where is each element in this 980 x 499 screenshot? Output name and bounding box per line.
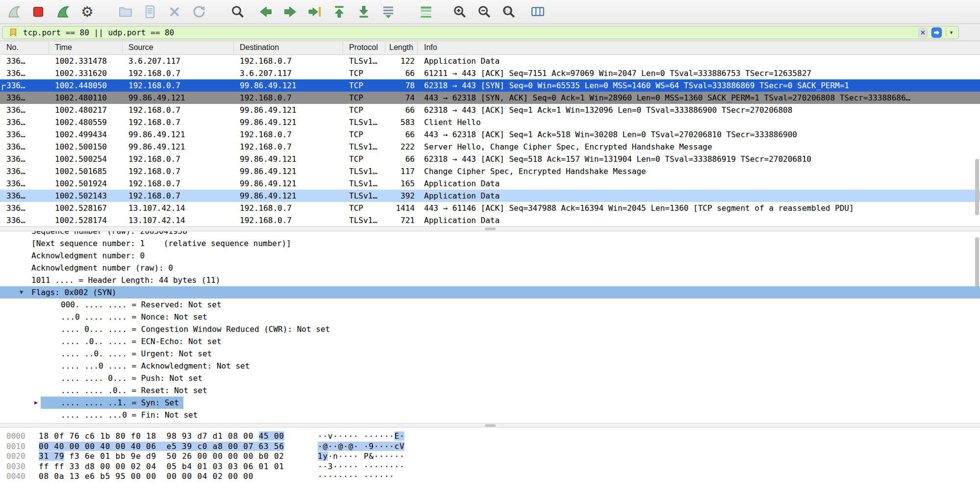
packet-cell-len: 66	[385, 128, 418, 141]
filter-bookmark-icon[interactable]	[8, 27, 18, 37]
packet-row[interactable]: 336…1002.480559192.168.0.799.86.49.121TL…	[0, 116, 980, 128]
packet-row[interactable]: 336…1002.480217192.168.0.799.86.49.121TC…	[0, 104, 980, 116]
column-header-src[interactable]: Source	[123, 41, 234, 54]
packet-cell-info: 61211 → 443 [ACK] Seq=7151 Ack=97069 Win…	[418, 67, 980, 79]
hex-ascii: ··v····· ······E·	[318, 431, 404, 442]
hex-bytes: 00 40 00 00 40 00 40 06 e5 39 c0 a8 00 0…	[39, 442, 284, 452]
detail-line[interactable]: [Next sequence number: 1 (relative seque…	[0, 237, 980, 250]
packet-list-scrollbar-thumb[interactable]	[975, 159, 979, 215]
zoom-out-button[interactable]	[474, 1, 495, 22]
packet-row[interactable]: 336…1002.448050192.168.0.799.86.49.121TC…	[0, 79, 980, 92]
packet-row[interactable]: 336…1002.331620192.168.0.73.6.207.117TCP…	[0, 67, 980, 79]
column-header-proto[interactable]: Protocol	[343, 41, 385, 54]
detail-line[interactable]: .... .0.. .... = ECN-Echo: Not set	[0, 335, 980, 348]
zoom-reset-button[interactable]: 1:1	[498, 1, 520, 22]
packet-cell-no: 336…	[0, 128, 49, 141]
hex-bytes: 18 0f 76 c6 1b 80 f0 18 98 93 d7 d1 08 0…	[39, 431, 284, 442]
close-file-button[interactable]	[164, 1, 185, 22]
go-forward-button[interactable]	[279, 1, 301, 22]
packet-cell-len: 222	[385, 141, 418, 153]
hex-row[interactable]: 001000 40 00 00 40 00 40 06 e5 39 c0 a8 …	[0, 442, 980, 452]
packet-row[interactable]: 336…1002.52816713.107.42.14192.168.0.7TC…	[0, 202, 980, 214]
packet-row[interactable]: 336…1002.48011099.86.49.121192.168.0.7TC…	[0, 92, 980, 104]
packet-row[interactable]: 336…1002.3314783.6.207.117192.168.0.7TLS…	[0, 55, 980, 67]
expand-toggle-icon[interactable]: ▶	[34, 397, 38, 409]
auto-scroll-button[interactable]	[377, 1, 399, 22]
selected-bytes-highlight: 1y	[318, 451, 328, 461]
stop-capture-button[interactable]	[27, 1, 49, 22]
packet-cell-time: 1002.528174	[49, 214, 123, 226]
packet-row[interactable]: 336…1002.49943499.86.49.121192.168.0.7TC…	[0, 128, 980, 141]
column-header-no[interactable]: No.	[0, 41, 49, 54]
packet-row[interactable]: 336…1002.500254192.168.0.799.86.49.121TC…	[0, 153, 980, 165]
filter-apply-button[interactable]	[931, 27, 942, 38]
detail-line[interactable]: ...0 .... .... = Nonce: Not set	[0, 311, 980, 323]
save-file-button[interactable]	[139, 1, 161, 22]
start-capture-button[interactable]	[3, 1, 25, 22]
detail-line[interactable]: ▶.... .... ..1. = Syn: Set	[41, 397, 183, 409]
resize-columns-button[interactable]	[527, 1, 549, 22]
zoom-in-button[interactable]	[449, 1, 471, 22]
packet-cell-proto: TLSv1…	[343, 177, 385, 190]
detail-line[interactable]: ▼Flags: 0x002 (SYN)	[0, 286, 980, 299]
packet-row[interactable]: 336…1002.501924192.168.0.799.86.49.121TL…	[0, 177, 980, 190]
hex-row[interactable]: 0030ff ff 33 d8 00 00 02 04 05 b4 01 03 …	[0, 462, 980, 472]
detail-text: Flags: 0x002 (SYN)	[31, 288, 116, 297]
packet-row[interactable]: 336…1002.501685192.168.0.799.86.49.121TL…	[0, 165, 980, 177]
packet-cell-dst: 192.168.0.7	[234, 92, 343, 104]
packet-cell-len: 117	[385, 165, 418, 177]
restart-capture-button[interactable]	[52, 1, 74, 22]
hex-row[interactable]: 002031 79 f3 6e 01 bb 9e d9 50 26 00 00 …	[0, 451, 980, 462]
packet-cell-len: 74	[385, 92, 418, 104]
detail-line[interactable]: .... .... ...0 = Fin: Not set	[0, 409, 980, 421]
detail-line[interactable]: .... .... .0.. = Reset: Not set	[0, 384, 980, 397]
packet-row[interactable]: 336…1002.502143192.168.0.799.86.49.121TL…	[0, 190, 980, 202]
detail-line[interactable]: Sequence number (raw): 2665041958	[0, 231, 980, 237]
packet-cell-src: 192.168.0.7	[123, 165, 234, 177]
go-back-button[interactable]	[255, 1, 276, 22]
hex-offset-label: 0010	[6, 442, 25, 452]
colorize-button[interactable]	[415, 1, 437, 22]
find-packet-button[interactable]	[227, 1, 249, 22]
packet-cell-time: 1002.331620	[49, 67, 123, 79]
detail-line[interactable]: .... 0... .... = Congestion Window Reduc…	[0, 323, 980, 335]
filter-dropdown-chevron-icon[interactable]: ▾	[946, 28, 955, 37]
detail-line[interactable]: .... .... 0... = Push: Not set	[0, 372, 980, 384]
packet-cell-src: 192.168.0.7	[123, 67, 234, 79]
pane-splitter-bottom[interactable]	[0, 423, 980, 427]
svg-text:1:1: 1:1	[504, 8, 512, 13]
detail-line[interactable]: .... ...0 .... = Acknowledgment: Not set	[0, 360, 980, 372]
packet-cell-dst: 192.168.0.7	[234, 202, 343, 214]
column-header-len[interactable]: Length	[385, 41, 418, 54]
hex-row[interactable]: 000018 0f 76 c6 1b 80 f0 18 98 93 d7 d1 …	[0, 431, 980, 442]
detail-text: .... ...0 .... = Acknowledgment: Not set	[61, 361, 250, 371]
packet-cell-dst: 99.86.49.121	[234, 153, 343, 165]
column-header-info[interactable]: Info	[418, 41, 980, 54]
column-header-time[interactable]: Time	[49, 41, 123, 54]
packet-cell-len: 721	[385, 214, 418, 226]
packet-cell-proto: TCP	[343, 153, 385, 165]
go-first-packet-button[interactable]	[328, 1, 350, 22]
capture-options-button[interactable]: ⚙	[76, 1, 98, 22]
collapse-toggle-icon[interactable]: ▼	[20, 286, 23, 299]
hex-bytes: 31 79 f3 6e 01 bb 9e d9 50 26 00 00 00 0…	[39, 451, 284, 462]
filter-clear-button[interactable]	[918, 27, 928, 38]
go-last-packet-button[interactable]	[353, 1, 375, 22]
go-to-packet-button[interactable]	[304, 1, 326, 22]
packet-cell-len: 1414	[385, 202, 418, 214]
packet-cell-dst: 99.86.49.121	[234, 177, 343, 190]
reload-file-button[interactable]	[188, 1, 210, 22]
open-file-button[interactable]	[115, 1, 136, 22]
packet-cell-len: 165	[385, 177, 418, 190]
display-filter-input[interactable]: tcp.port == 80 || udp.port == 80 ▾	[2, 26, 959, 39]
column-header-dst[interactable]: Destination	[234, 41, 343, 54]
detail-line[interactable]: Acknowledgment number (raw): 0	[0, 262, 980, 274]
detail-line[interactable]: 000. .... .... = Reserved: Not set	[0, 299, 980, 311]
detail-line[interactable]: 1011 .... = Header Length: 44 bytes (11)	[0, 274, 980, 286]
detail-line[interactable]: .... ..0. .... = Urgent: Not set	[0, 348, 980, 360]
packet-row[interactable]: 336…1002.50015099.86.49.121192.168.0.7TL…	[0, 141, 980, 153]
pane-splitter-top[interactable]	[0, 226, 980, 231]
hex-row[interactable]: 004008 0a 13 e6 b5 95 00 00 00 00 04 02 …	[0, 472, 980, 482]
packet-row[interactable]: 336…1002.52817413.107.42.14192.168.0.7TL…	[0, 214, 980, 226]
detail-line[interactable]: Acknowledgment number: 0	[0, 250, 980, 262]
